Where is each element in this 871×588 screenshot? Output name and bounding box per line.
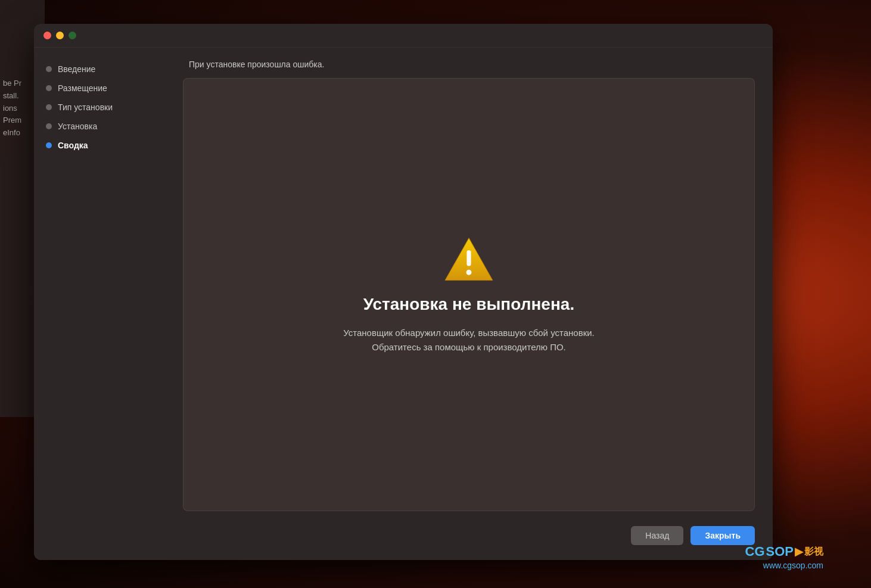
watermark-url: www.cgsop.com: [763, 561, 823, 570]
maximize-window-button[interactable]: [69, 32, 76, 39]
sidebar-item-install-type[interactable]: Тип установки: [34, 98, 165, 117]
sidebar-item-summary[interactable]: Сводка: [34, 136, 165, 155]
sidebar-item-intro[interactable]: Введение: [34, 60, 165, 79]
minimize-window-button[interactable]: [56, 32, 64, 39]
watermark-cg: CG: [745, 544, 765, 559]
sidebar-label-install-type: Тип установки: [58, 102, 113, 112]
window-body: Введение Размещение Тип установки Устано…: [34, 48, 773, 560]
sidebar: Введение Размещение Тип установки Устано…: [34, 48, 165, 560]
watermark-play-icon: ▶: [795, 545, 803, 558]
sidebar-label-intro: Введение: [58, 64, 95, 74]
error-title: Установка не выполнена.: [363, 295, 574, 314]
sidebar-label-summary: Сводка: [58, 141, 88, 150]
svg-rect-1: [466, 250, 471, 266]
error-description: Установщик обнаружил ошибку, вызвавшую с…: [343, 326, 595, 354]
installer-window: Введение Размещение Тип установки Устано…: [34, 24, 773, 560]
close-window-button[interactable]: [43, 32, 51, 39]
main-content: При установке произошла ошибка.: [165, 48, 773, 560]
watermark-sop: SOP: [766, 544, 794, 559]
watermark-logo: CG SOP ▶ 影视: [745, 544, 823, 559]
sidebar-label-placement: Размещение: [58, 83, 107, 93]
error-panel: Установка не выполнена. Установщик обнар…: [183, 78, 755, 511]
error-header: При установке произошла ошибка.: [183, 60, 755, 69]
behind-window-text: be Pr stall. ions Prem eInfo: [3, 77, 21, 139]
error-description-line1: Установщик обнаружил ошибку, вызвавшую с…: [343, 328, 595, 338]
svg-point-2: [466, 269, 472, 275]
watermark-yingshi: 影视: [804, 546, 823, 558]
sidebar-item-install[interactable]: Установка: [34, 117, 165, 136]
sidebar-item-placement[interactable]: Размещение: [34, 79, 165, 98]
sidebar-label-install: Установка: [58, 122, 97, 131]
sidebar-dot-install-type: [46, 104, 52, 110]
sidebar-dot-intro: [46, 66, 52, 72]
traffic-lights: [43, 32, 76, 39]
sidebar-dot-placement: [46, 85, 52, 91]
close-button[interactable]: Закрыть: [690, 526, 755, 545]
sidebar-dot-install: [46, 123, 52, 129]
button-row: Назад Закрыть: [183, 520, 755, 548]
title-bar: [34, 24, 773, 48]
error-description-line2: Обратитесь за помощью к производителю ПО…: [372, 342, 566, 352]
watermark: CG SOP ▶ 影视 www.cgsop.com: [745, 544, 823, 570]
sidebar-dot-summary: [46, 142, 52, 148]
back-button[interactable]: Назад: [631, 526, 683, 545]
warning-icon: [442, 235, 496, 283]
